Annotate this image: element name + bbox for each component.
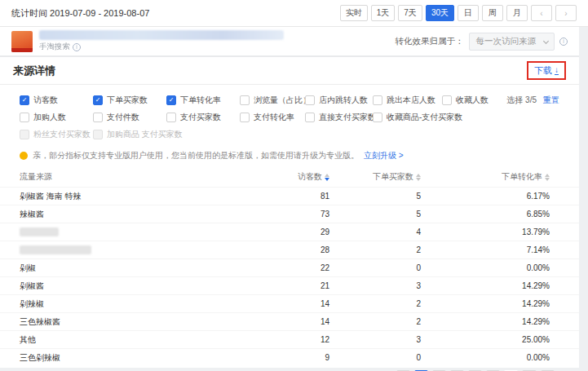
visitors-cell: 14	[233, 317, 329, 326]
metric-checkbox-item[interactable]: 加购人数	[20, 112, 93, 123]
header-text: 下单转化率	[502, 171, 542, 183]
product-thumbnail	[11, 31, 33, 52]
source-cell	[20, 245, 233, 255]
table-header: 流量来源访客数下单买家数下单转化率	[0, 167, 579, 187]
selection-info: 选择 3/5重置	[506, 95, 579, 106]
metric-label: 加购人数	[33, 112, 66, 123]
stat-time-range: 统计时间 2019-07-09 - 2019-08-07	[11, 7, 149, 20]
product-subtitle: 手淘搜索 i	[39, 42, 284, 52]
buyers-cell: 5	[329, 210, 421, 219]
metric-checkbox-item[interactable]: 直接支付买家数	[305, 112, 373, 123]
checkbox-icon	[93, 130, 103, 139]
table-row: 剁椒2200.00%	[0, 258, 579, 276]
rate-cell: 6.17%	[421, 192, 550, 201]
time-button-实时[interactable]: 实时	[340, 5, 368, 21]
metric-label: 支付转化率	[254, 112, 294, 123]
next-period-button[interactable]: ›	[555, 5, 577, 21]
checkbox-icon	[93, 113, 103, 122]
checkbox-icon: ✓	[20, 95, 29, 105]
metric-grid: ✓访客数✓下单买家数✓下单转化率浏览量（占比）店内跳转人数跳出本店人数收藏人数选…	[0, 85, 579, 146]
time-range-controls: 实时1天7天30天日周月‹›	[340, 5, 577, 21]
visitors-cell: 28	[233, 245, 329, 254]
buyers-cell: 2	[329, 317, 421, 326]
metric-checkbox-item[interactable]: 收藏商品-支付买家数	[373, 112, 442, 123]
checkbox-icon: ✓	[166, 95, 176, 105]
rate-cell: 0.00%	[421, 353, 550, 362]
metric-label: 收藏人数	[456, 95, 489, 106]
source-cell: 剁椒酱	[20, 280, 233, 292]
visitors-cell: 22	[233, 263, 329, 272]
time-button-月[interactable]: 月	[506, 5, 528, 21]
reset-link[interactable]: 重置	[543, 95, 559, 106]
metric-checkbox-item[interactable]: 支付件数	[93, 112, 166, 123]
metric-checkbox-item[interactable]: 收藏人数	[442, 95, 506, 106]
header-text: 访客数	[298, 171, 322, 183]
selection-count: 选择 3/5	[506, 95, 537, 106]
info-icon: i	[559, 38, 568, 46]
metric-label: 加购商品 支付买家数	[107, 129, 183, 140]
checkbox-icon	[240, 113, 250, 122]
source-cell: 剁椒	[20, 263, 233, 274]
metric-label: 下单买家数	[107, 95, 148, 106]
table-row: 剁椒酱21314.29%	[0, 276, 579, 294]
table-row: 剁椒酱 海南 特辣8156.17%	[0, 187, 579, 205]
upgrade-link[interactable]: 立刻升级 >	[364, 150, 404, 161]
source-cell: 剁椒酱 海南 特辣	[20, 191, 233, 202]
source-cell	[20, 227, 233, 237]
attribution-select[interactable]: 每一次访问来源	[469, 33, 555, 51]
product-subtitle-label: 手淘搜索	[39, 42, 70, 52]
rate-cell: 14.29%	[421, 281, 550, 290]
source-cell: 剁辣椒	[20, 298, 233, 310]
metric-checkbox-item[interactable]: ✓下单转化率	[166, 95, 240, 106]
prev-period-button[interactable]: ‹	[531, 5, 552, 21]
checkbox-icon	[442, 95, 452, 105]
time-button-周[interactable]: 周	[482, 5, 503, 21]
checkbox-icon	[373, 113, 382, 122]
source-cell: 辣椒酱	[20, 209, 233, 220]
column-header-2[interactable]: 下单买家数	[329, 171, 421, 183]
visitors-cell: 81	[233, 192, 329, 201]
notice-dot-icon	[20, 152, 28, 160]
metric-label: 粉丝支付买家数	[33, 129, 91, 140]
header-text: 下单买家数	[373, 171, 413, 183]
download-button[interactable]: 下载 ↓	[534, 64, 559, 77]
column-header-1[interactable]: 访客数	[233, 171, 329, 183]
time-button-1天[interactable]: 1天	[371, 5, 396, 21]
time-button-日[interactable]: 日	[458, 5, 479, 21]
table-row: 剁辣椒14214.29%	[0, 294, 579, 312]
sort-down-caret	[545, 178, 550, 181]
metric-checkbox-item[interactable]: ✓下单买家数	[93, 95, 166, 106]
checkbox-icon	[305, 113, 315, 122]
rate-cell: 14.29%	[421, 299, 550, 308]
chevron-down-icon	[543, 38, 549, 43]
time-button-30天[interactable]: 30天	[426, 5, 454, 21]
table-row: 2827.14%	[0, 241, 579, 258]
metric-checkbox-item[interactable]: ✓访客数	[20, 95, 93, 106]
visitors-cell: 14	[233, 299, 329, 308]
time-button-7天[interactable]: 7天	[398, 5, 422, 21]
metric-checkbox-item[interactable]: 浏览量（占比）	[240, 95, 305, 106]
info-icon: i	[73, 43, 81, 51]
rate-cell: 14.29%	[421, 317, 550, 326]
column-header-3[interactable]: 下单转化率	[421, 171, 550, 183]
metric-label: 浏览量（占比）	[254, 95, 311, 106]
panel-title: 来源详情	[13, 64, 55, 78]
checkbox-icon	[373, 95, 382, 105]
metric-checkbox-item[interactable]: 跳出本店人数	[373, 95, 442, 106]
checkbox-icon	[20, 130, 29, 139]
rate-cell: 25.00%	[421, 335, 550, 344]
visitors-cell: 12	[233, 335, 329, 344]
metric-checkbox-item[interactable]: 支付买家数	[166, 112, 240, 123]
checkbox-icon	[240, 95, 250, 105]
source-cell: 三色辣椒酱	[20, 316, 233, 328]
metric-row: ✓访客数✓下单买家数✓下单转化率浏览量（占比）店内跳转人数跳出本店人数收藏人数选…	[20, 91, 579, 108]
buyers-cell: 2	[329, 299, 421, 308]
top-toolbar: 统计时间 2019-07-09 - 2019-08-07 实时1天7天30天日周…	[0, 0, 588, 27]
table-row: 29413.79%	[0, 223, 579, 241]
metric-checkbox-item[interactable]: 支付转化率	[240, 112, 305, 123]
column-header-label: 下单转化率	[421, 171, 550, 183]
visitors-cell: 9	[233, 353, 329, 362]
metric-checkbox-item[interactable]: 店内跳转人数	[305, 95, 373, 106]
sort-icon[interactable]	[545, 174, 550, 181]
metric-label: 店内跳转人数	[319, 95, 368, 106]
